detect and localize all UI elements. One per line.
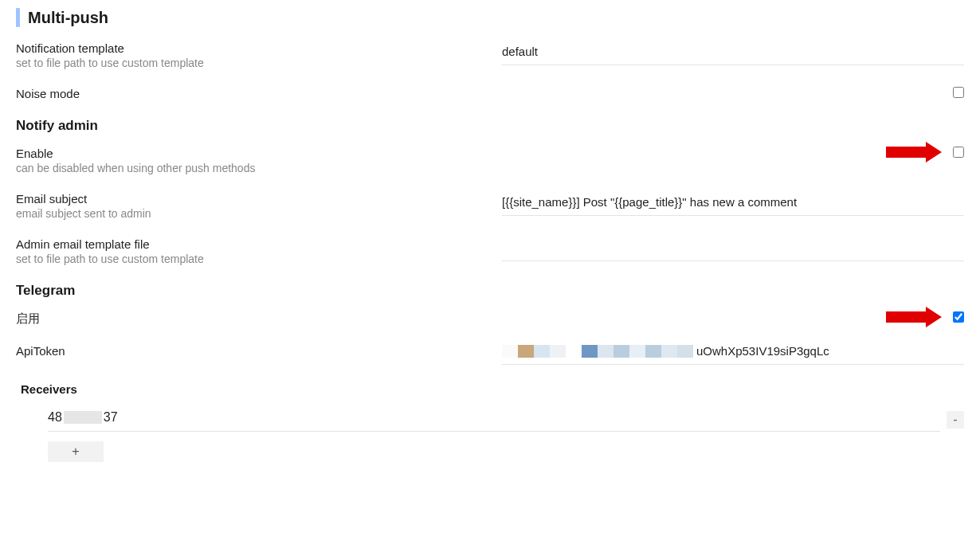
api-token-field[interactable]: uOwhXp53IV19siP3gqLc [502,344,964,365]
receiver-input[interactable]: 48 37 [48,407,940,432]
hint-admin-template: set to file path to use custom template [16,253,502,265]
row-api-token: ApiToken uOwhXp53IV19siP3gqLc [16,344,964,365]
receivers-title: Receivers [16,382,964,396]
notification-template-input[interactable] [502,41,964,65]
label-noise-mode: Noise mode [16,87,502,100]
label-notification-template: Notification template [16,41,502,55]
label-enable-telegram: 启用 [16,311,502,327]
label-email-subject: Email subject [16,192,502,206]
row-email-subject: Email subject email subject sent to admi… [16,192,964,220]
label-api-token: ApiToken [16,344,502,358]
label-admin-template: Admin email template file [16,237,502,251]
section-title-multi-push: Multi-push [16,8,964,27]
row-admin-template: Admin email template file set to file pa… [16,237,964,265]
api-token-redacted-icon [502,345,693,358]
row-noise-mode: Noise mode [16,87,964,100]
hint-notification-template: set to file path to use custom template [16,57,502,69]
hint-enable-admin: can be disabled when using other push me… [16,162,502,174]
add-receiver-button[interactable]: + [48,441,104,462]
row-enable-telegram: 启用 [16,311,964,327]
row-enable-admin: Enable can be disabled when using other … [16,147,964,174]
receiver-redacted-icon [64,411,102,424]
hint-email-subject: email subject sent to admin [16,207,502,220]
receiver-prefix: 48 [48,410,62,425]
api-token-visible-suffix: uOwhXp53IV19siP3gqLc [696,344,829,358]
section-title-telegram: Telegram [16,283,964,299]
label-enable-admin: Enable [16,147,502,160]
section-title-notify-admin: Notify admin [16,118,964,134]
email-subject-input[interactable] [502,192,964,216]
receiver-row: 48 37 - [16,407,964,432]
enable-telegram-checkbox[interactable] [953,311,964,323]
noise-mode-checkbox[interactable] [953,87,964,98]
row-notification-template: Notification template set to file path t… [16,41,964,69]
enable-admin-checkbox[interactable] [953,147,964,158]
admin-template-input[interactable] [502,237,964,261]
remove-receiver-button[interactable]: - [947,411,964,429]
receiver-suffix: 37 [104,410,118,425]
